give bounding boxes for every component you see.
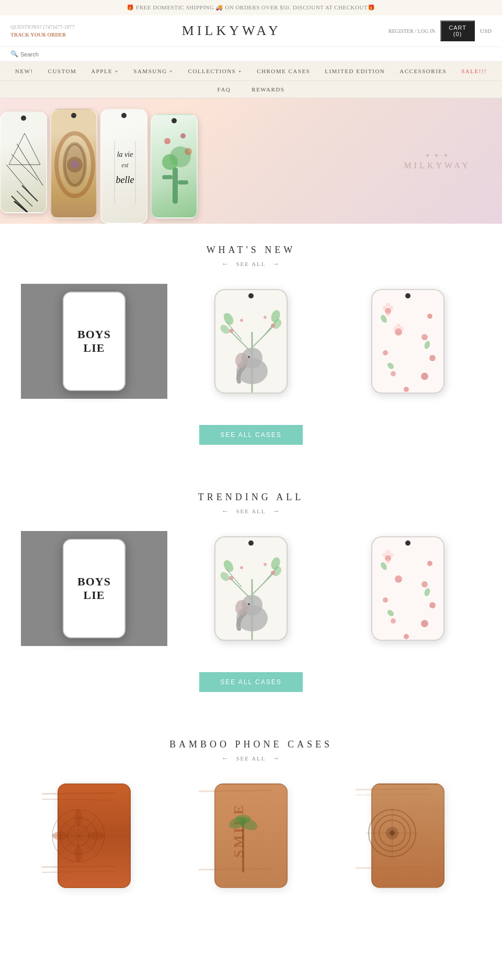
track-order-link[interactable]: TRACK YOUR ORDER (10, 32, 66, 38)
nav-item-collections[interactable]: COLLECTIONS + (181, 62, 250, 80)
svg-point-54 (386, 312, 390, 316)
svg-text:est: est (121, 162, 129, 169)
whats-new-see-all[interactable]: SEE ALL (236, 261, 266, 267)
cart-button[interactable]: CART (0) (440, 20, 475, 41)
nav-item-accessories[interactable]: ACCESSORIES (392, 62, 454, 80)
hero-phone-1 (0, 111, 47, 213)
trending-next[interactable]: → (272, 507, 281, 515)
svg-point-46 (383, 350, 388, 355)
product-card-bamboo-2[interactable]: SMILE (178, 778, 324, 893)
svg-point-24 (185, 148, 192, 155)
svg-point-93 (386, 609, 395, 618)
nav-item-limited[interactable]: LIMITED EDITION (317, 62, 392, 80)
bamboo-prev[interactable]: ← (221, 754, 230, 763)
nav-item-new[interactable]: NEW! (8, 62, 41, 80)
trending-see-all-button[interactable]: SEE ALL CASES (199, 672, 303, 692)
search-bar: 🔍 (10, 50, 492, 58)
hero-phone-4 (151, 114, 198, 218)
product-image-floral-2 (356, 531, 460, 646)
svg-point-59 (424, 340, 431, 350)
trending-nav: ← SEE ALL → (0, 507, 502, 515)
site-logo[interactable]: MILKYWAY (182, 23, 281, 39)
product-image-bamboo-2: SMILE (199, 778, 303, 893)
svg-point-85 (421, 620, 428, 627)
svg-point-34 (229, 329, 233, 333)
banner-text: 🎁 FREE DOMESTIC SHIPPING 🚚 ON ORDERS OVE… (127, 4, 375, 10)
svg-point-45 (421, 334, 428, 340)
bamboo-section-header: BAMBOO PHONE CASES ← SEE ALL → (0, 718, 502, 768)
product-card-elephant-2[interactable] (178, 531, 324, 646)
svg-point-82 (383, 597, 388, 603)
svg-point-113 (235, 815, 251, 823)
register-login-link[interactable]: REGISTER / LOG IN (389, 28, 435, 34)
whats-new-product-grid: BOYSLIE (0, 273, 502, 409)
svg-line-0 (12, 154, 38, 180)
trending-product-grid: BOYSLIE (0, 521, 502, 656)
nav-item-samsung[interactable]: SAMSUNG + (126, 62, 180, 80)
bamboo-title: BAMBOO PHONE CASES (0, 739, 502, 750)
svg-point-48 (391, 371, 396, 376)
hero-phone-2 (50, 109, 97, 218)
svg-point-83 (429, 602, 436, 608)
svg-point-88 (383, 553, 387, 557)
nav-item-sale[interactable]: SALE!!! (454, 62, 494, 80)
svg-point-23 (180, 133, 186, 139)
product-card-floral-1[interactable] (335, 284, 481, 399)
svg-point-53 (386, 303, 390, 307)
nav-item-custom[interactable]: CUSTOM (41, 62, 84, 80)
nav-item-rewards[interactable]: REWARDS (241, 81, 295, 98)
product-card-boys-lie-1[interactable]: BOYSLIE (21, 284, 167, 399)
whats-new-prev[interactable]: ← (221, 260, 230, 268)
trending-prev[interactable]: ← (221, 507, 230, 515)
header: QUESTIONS? (747)477-1877 TRACK YOUR ORDE… (0, 15, 502, 47)
product-image-boys-lie-2: BOYSLIE (21, 531, 167, 646)
svg-point-56 (393, 327, 397, 331)
svg-point-87 (389, 553, 393, 557)
bamboo-next[interactable]: → (272, 754, 281, 763)
product-card-bamboo-1[interactable] (21, 778, 167, 893)
product-card-elephant-1[interactable] (178, 284, 324, 399)
nav-item-chrome[interactable]: CHROME CASES (249, 62, 317, 80)
svg-point-57 (396, 324, 401, 328)
search-input[interactable] (20, 51, 83, 57)
product-image-elephant-1 (199, 284, 303, 399)
questions-label: QUESTIONS? (10, 24, 42, 30)
svg-point-40 (235, 353, 248, 368)
secondary-nav: FAQ REWARDS (0, 81, 502, 98)
svg-point-21 (162, 154, 178, 170)
bamboo-see-all[interactable]: SEE ALL (236, 755, 266, 762)
trending-see-all[interactable]: SEE ALL (236, 508, 266, 514)
trending-title: TRENDING ALL (0, 492, 502, 503)
svg-point-30 (222, 312, 235, 327)
svg-point-86 (404, 634, 409, 639)
product-image-elephant-2 (199, 531, 303, 646)
svg-line-124 (371, 794, 429, 795)
svg-line-7 (14, 201, 30, 213)
hero-phone-3: la vie est belle (100, 109, 147, 224)
whats-new-next[interactable]: → (272, 260, 281, 268)
boys-lie-text-2: BOYSLIE (77, 575, 111, 603)
svg-line-114 (214, 790, 272, 791)
svg-point-51 (389, 306, 393, 310)
boys-lie-phone-1: BOYSLIE (63, 292, 126, 391)
product-card-floral-2[interactable] (335, 531, 481, 646)
nav-item-faq[interactable]: FAQ (207, 81, 242, 98)
product-image-boys-lie-1: BOYSLIE (21, 284, 167, 399)
svg-point-72 (240, 566, 243, 569)
svg-point-92 (424, 587, 431, 597)
svg-text:belle: belle (116, 175, 134, 185)
product-image-bamboo-3 (356, 778, 460, 893)
svg-line-2 (6, 165, 32, 196)
product-card-bamboo-3[interactable] (335, 778, 481, 893)
svg-rect-19 (178, 180, 188, 185)
whats-new-see-all-button[interactable]: SEE ALL CASES (199, 425, 303, 445)
nav-item-apple[interactable]: APPLE + (84, 62, 126, 80)
svg-point-60 (386, 362, 395, 371)
currency-selector[interactable]: USD (480, 28, 492, 34)
svg-point-66 (222, 559, 235, 574)
svg-point-81 (421, 581, 428, 587)
whats-new-nav: ← SEE ALL → (0, 260, 502, 268)
svg-point-35 (271, 324, 275, 328)
product-card-boys-lie-2[interactable]: BOYSLIE (21, 531, 167, 646)
svg-point-22 (164, 138, 170, 144)
